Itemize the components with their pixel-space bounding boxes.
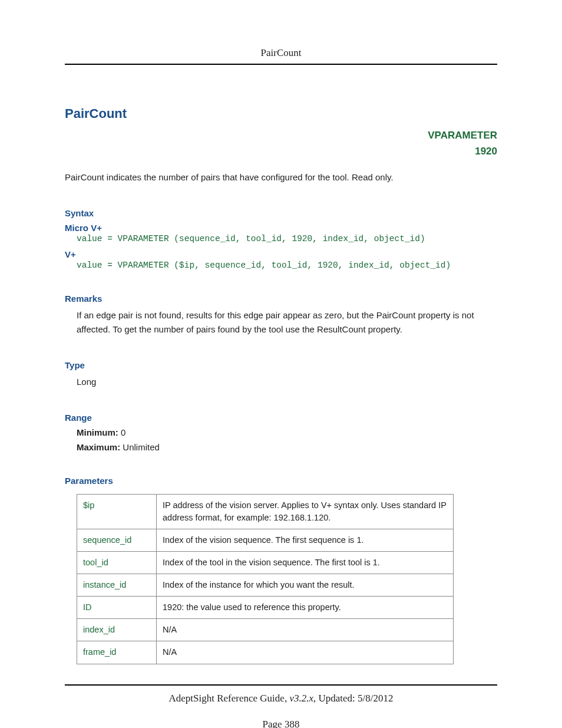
table-row: ID 1920: the value used to reference thi… — [77, 597, 454, 619]
footer-guide: AdeptSight Reference Guide — [169, 693, 285, 704]
param-name: index_id — [77, 619, 157, 641]
footer-citation: AdeptSight Reference Guide, v3.2.x, Upda… — [65, 693, 497, 704]
remarks-heading: Remarks — [65, 294, 497, 304]
param-desc: IP address of the vision server. Applies… — [157, 495, 454, 529]
parameters-heading: Parameters — [65, 476, 497, 486]
footer-version: , v3.2.x — [285, 693, 313, 704]
range-min-value: 0 — [121, 427, 125, 437]
table-row: index_id N/A — [77, 619, 454, 641]
param-desc: N/A — [157, 641, 454, 664]
param-name: $ip — [77, 495, 157, 529]
vplus-label: V+ — [65, 249, 497, 259]
parameters-table: $ip IP address of the vision server. App… — [77, 494, 454, 664]
header-rule — [65, 64, 497, 65]
param-name: sequence_id — [77, 529, 157, 552]
page-number: Page 388 — [65, 719, 497, 729]
range-heading: Range — [65, 413, 497, 423]
table-row: sequence_id Index of the vision sequence… — [77, 529, 454, 552]
type-heading: Type — [65, 360, 497, 370]
table-row: $ip IP address of the vision server. App… — [77, 495, 454, 529]
vparameter-tag: VPARAMETER 1920 — [65, 127, 497, 159]
param-desc: Index of the vision sequence. The first … — [157, 529, 454, 552]
description-text: PairCount indicates the number of pairs … — [65, 171, 497, 183]
table-row: instance_id Index of the instance for wh… — [77, 574, 454, 597]
vplus-code: value = VPARAMETER ($ip, sequence_id, to… — [77, 261, 497, 270]
microv-label: Micro V+ — [65, 223, 497, 233]
syntax-heading: Syntax — [65, 208, 497, 218]
vparameter-id: 1920 — [65, 143, 497, 159]
param-desc: N/A — [157, 619, 454, 641]
page-title: PairCount — [65, 106, 497, 121]
range-max-label: Maximum: — [77, 442, 120, 452]
table-row: tool_id Index of the tool in the vision … — [77, 552, 454, 574]
param-name: instance_id — [77, 574, 157, 597]
param-desc: 1920: the value used to reference this p… — [157, 597, 454, 619]
microv-code: value = VPARAMETER (sequence_id, tool_id… — [77, 234, 497, 243]
range-min-label: Minimum: — [77, 427, 118, 437]
vparameter-label: VPARAMETER — [65, 127, 497, 143]
param-name: frame_id — [77, 641, 157, 664]
range-minimum: Minimum: 0 — [77, 427, 497, 437]
footer-updated: , Updated: 5/8/2012 — [313, 693, 394, 704]
param-desc: Index of the instance for which you want… — [157, 574, 454, 597]
footer-rule — [65, 684, 497, 686]
param-desc: Index of the tool in the vision sequence… — [157, 552, 454, 574]
remarks-text: If an edge pair is not found, results fo… — [77, 308, 497, 337]
table-row: frame_id N/A — [77, 641, 454, 664]
running-header: PairCount — [65, 47, 497, 59]
param-name: ID — [77, 597, 157, 619]
range-maximum: Maximum: Unlimited — [77, 442, 497, 452]
param-name: tool_id — [77, 552, 157, 574]
type-value: Long — [77, 375, 497, 389]
range-max-value: Unlimited — [123, 442, 160, 452]
